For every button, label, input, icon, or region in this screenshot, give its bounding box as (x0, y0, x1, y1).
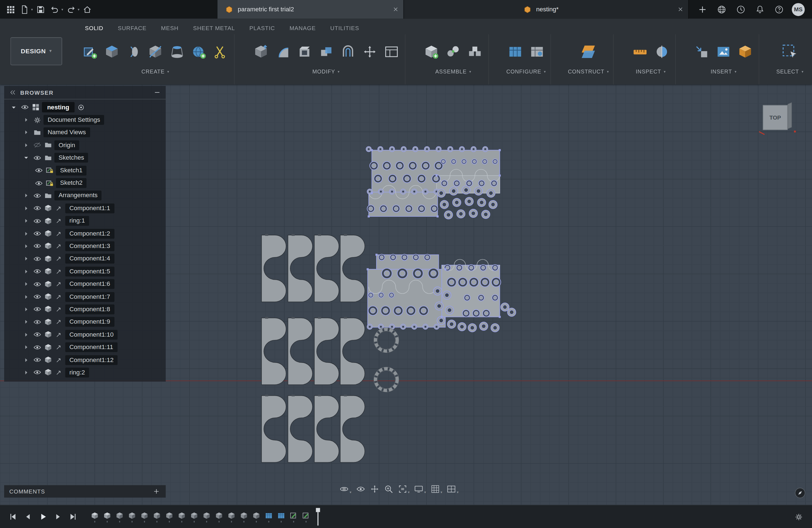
chevron-right-icon[interactable] (22, 141, 31, 150)
browser-item-label[interactable]: Component1:7 (65, 292, 114, 302)
browser-item-sketch1[interactable]: Sketch1 (4, 164, 166, 177)
chevron-right-icon[interactable] (22, 267, 31, 276)
browser-item-component1-5[interactable]: Component1:5 (4, 265, 166, 278)
visibility-eye-icon[interactable] (34, 179, 43, 188)
collapse-panel-icon[interactable] (8, 88, 17, 97)
chevron-down-icon[interactable] (10, 103, 18, 112)
group-dropdown-create[interactable]: CREATE▾ (141, 69, 169, 75)
visibility-eye-icon[interactable] (33, 267, 41, 276)
skip-end-button[interactable] (66, 510, 79, 523)
browser-item-component1-3[interactable]: Component1:3 (4, 240, 166, 253)
group-dropdown-configure[interactable]: CONFIGURE▾ (506, 69, 546, 75)
parameters-icon[interactable] (382, 43, 401, 61)
derive-icon[interactable] (693, 43, 711, 61)
undo-icon[interactable]: ▾ (48, 3, 63, 15)
browser-item-sketch2[interactable]: Sketch2 (4, 177, 166, 189)
insert-mesh-icon[interactable] (736, 43, 755, 61)
viewcube[interactable]: TOP (763, 104, 795, 136)
chevron-down-icon[interactable] (22, 153, 31, 162)
timeline-feature-feature-icon[interactable] (140, 511, 149, 522)
fit-icon[interactable]: ▾ (396, 483, 411, 495)
visibility-eye-icon[interactable] (33, 292, 41, 301)
browser-item-component1-10[interactable]: Component1:10 (4, 328, 166, 341)
orbit-icon[interactable]: ▾ (338, 483, 353, 495)
revolve-icon[interactable] (124, 43, 143, 61)
timeline-feature-sketch-icon[interactable] (289, 511, 298, 522)
browser-item-component1-1[interactable]: Component1:1 (4, 202, 166, 215)
comments-bar[interactable]: COMMENTS (4, 485, 166, 498)
apps-icon[interactable] (4, 3, 17, 15)
visibility-eye-icon[interactable] (33, 191, 41, 200)
browser-item-arrangements[interactable]: Arrangements (4, 189, 166, 202)
timeline-feature-feature-icon[interactable] (153, 511, 161, 522)
chevron-right-icon[interactable] (22, 204, 31, 212)
help-icon[interactable] (773, 3, 785, 15)
visibility-eye-icon[interactable] (33, 280, 41, 289)
ribbon-tab-surface[interactable]: SURFACE (111, 21, 154, 34)
section-icon[interactable] (652, 43, 671, 61)
press-pull-icon[interactable] (251, 43, 271, 61)
chevron-right-icon[interactable] (22, 368, 31, 377)
browser-item-origin[interactable]: Origin (4, 139, 166, 151)
browser-item-label[interactable]: Arrangements (54, 191, 102, 201)
browser-item-component1-8[interactable]: Component1:8 (4, 303, 166, 316)
timeline-feature-config-icon[interactable] (265, 511, 273, 522)
split-icon[interactable] (211, 43, 230, 61)
browser-item-document-settings[interactable]: Document Settings (4, 114, 166, 126)
skip-start-button[interactable] (6, 510, 19, 523)
timeline-settings-gear-icon[interactable] (791, 510, 806, 524)
browser-item-label[interactable]: Sketches (54, 153, 88, 163)
timeline-feature-feature-icon[interactable] (165, 511, 173, 522)
visibility-eye-icon[interactable] (33, 229, 41, 238)
visibility-eye-icon[interactable] (20, 103, 29, 112)
chevron-right-icon[interactable] (22, 343, 31, 352)
timeline-feature-feature-icon[interactable] (202, 511, 211, 522)
rigid-group-icon[interactable] (466, 43, 484, 61)
file-icon[interactable]: ▾ (18, 3, 33, 15)
visibility-eye-icon[interactable] (33, 318, 41, 326)
browser-item-nesting[interactable]: nesting (4, 101, 166, 114)
ribbon-tab-manage[interactable]: MANAGE (282, 21, 323, 34)
joint-icon[interactable] (444, 43, 463, 61)
browser-item-label[interactable]: Component1:1 (65, 204, 114, 214)
clock-icon[interactable] (735, 3, 747, 15)
browser-item-label[interactable]: Sketch1 (56, 165, 87, 175)
browser-item-label[interactable]: Origin (54, 140, 79, 150)
timeline-feature-feature-icon[interactable] (240, 511, 248, 522)
browser-item-label[interactable]: Component1:12 (65, 355, 118, 365)
browser-item-label[interactable]: Named Views (44, 128, 90, 137)
chevron-right-icon[interactable] (22, 229, 31, 238)
browser-item-component1-2[interactable]: Component1:2 (4, 227, 166, 240)
visibility-eye-icon[interactable] (33, 153, 41, 162)
viewcube-side-face[interactable] (788, 102, 792, 129)
ribbon-tab-sheet-metal[interactable]: SHEET METAL (186, 21, 242, 34)
viewcube-top-face[interactable]: TOP (763, 105, 788, 130)
visibility-eye-icon[interactable] (33, 368, 41, 377)
chevron-right-icon[interactable] (22, 292, 31, 301)
plus-icon[interactable] (696, 3, 708, 15)
browser-item-label[interactable]: Component1:5 (65, 266, 114, 276)
combine-icon[interactable] (317, 43, 336, 61)
visibility-eye-icon[interactable] (33, 355, 41, 364)
ribbon-tab-mesh[interactable]: MESH (154, 21, 186, 34)
browser-item-component1-9[interactable]: Component1:9 (4, 316, 166, 328)
visibility-eye-icon[interactable] (33, 204, 41, 212)
browser-item-component1-12[interactable]: Component1:12 (4, 353, 166, 366)
loft-icon[interactable] (168, 43, 187, 61)
visibility-eye-icon[interactable] (33, 330, 41, 339)
browser-item-label[interactable]: Component1:11 (65, 342, 117, 352)
browser-item-label[interactable]: nesting (42, 102, 75, 113)
globe-icon[interactable] (715, 3, 727, 15)
browser-item-component1-11[interactable]: Component1:11 (4, 341, 166, 354)
measure-icon[interactable] (630, 43, 649, 61)
new-sketch-icon[interactable] (81, 43, 100, 61)
ribbon-tab-solid[interactable]: SOLID (77, 21, 111, 34)
chevron-right-icon[interactable] (22, 254, 31, 263)
browser-item-label[interactable]: Component1:9 (65, 317, 114, 327)
display-icon[interactable]: ▾ (412, 483, 427, 495)
chevron-right-icon[interactable] (22, 280, 31, 289)
browser-item-label[interactable]: Component1:3 (65, 241, 114, 251)
visibility-eye-icon[interactable] (33, 343, 41, 352)
target-icon[interactable] (76, 103, 85, 112)
chevron-right-icon[interactable] (22, 330, 31, 339)
